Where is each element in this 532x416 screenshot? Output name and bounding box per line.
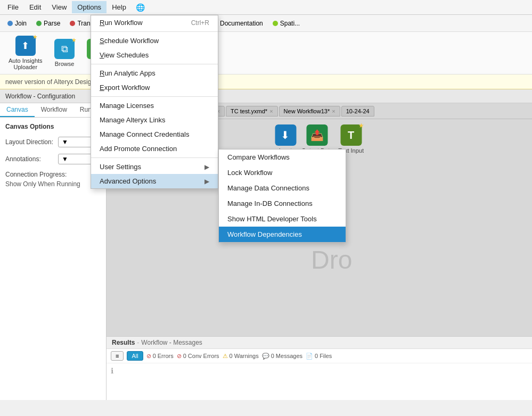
spatial-dot-icon (273, 21, 278, 26)
menu-run-analytic-apps[interactable]: Run Analytic Apps (91, 66, 218, 80)
auto-insights-star-icon: ★ (32, 34, 38, 40)
layout-direction-row: Layout Direction: ▼ (5, 137, 101, 147)
files-icon: 📄 (306, 353, 313, 360)
menu-options[interactable]: Options (72, 1, 107, 13)
results-title-bar: Results - Workflow - Messages (107, 337, 532, 349)
text-input-icon-wrap: T ★ (340, 124, 362, 146)
menu-sep-4 (91, 157, 218, 158)
update-bar: newer version of Alteryx Design... (0, 74, 532, 89)
results-title-label: Results (112, 339, 135, 346)
submenu-manage-data-connections[interactable]: Manage Data Connections (219, 180, 346, 196)
results-panel: Results - Workflow - Messages ≡ All ⊘ 0 … (107, 336, 532, 400)
canvas-drop-hint: Dro (311, 245, 352, 274)
menu-manage-connect-credentials[interactable]: Manage Connect Credentials (91, 127, 218, 142)
warnings-icon: ⚠ (223, 353, 228, 360)
submenu-show-html-dev-tools[interactable]: Show HTML Developer Tools (219, 211, 346, 227)
menu-sep-3 (91, 96, 218, 97)
submenu-workflow-dependencies[interactable]: Workflow Dependencies (219, 227, 346, 242)
input-tool-icon: ⬇ (275, 124, 296, 146)
workflow-tab-newworkflow13[interactable]: New Workflow13* × (279, 106, 340, 117)
fav-auto-insights[interactable]: ⬆ ★ Auto InsightsUploader (4, 34, 47, 72)
menu-export-workflow[interactable]: Export Workflow (91, 80, 218, 95)
results-info-row: ℹ (107, 363, 532, 378)
messages-icon: 💬 (262, 353, 269, 360)
layout-direction-label: Layout Direction: (5, 138, 53, 146)
submenu-lock-workflow[interactable]: Lock Workflow (219, 165, 346, 180)
results-warnings-count: ⚠ 0 Warnings (223, 353, 259, 360)
transform-dot-icon (70, 21, 75, 26)
config-title: Workflow - Configuration (0, 89, 532, 103)
menu-manage-alteryx-links[interactable]: Manage Alteryx Links (91, 113, 218, 127)
tool-parse[interactable]: Parse (32, 18, 64, 29)
fav-browse[interactable]: ⧉ ★ Browse (50, 37, 79, 69)
connection-progress-label: Connection Progress: (5, 171, 101, 178)
menu-file[interactable]: File (2, 1, 24, 13)
connection-progress-value: Show Only When Running (5, 180, 101, 188)
annotations-row: Annotations: ▼ (5, 154, 101, 164)
results-subtitle-label: Workflow - Messages (141, 339, 202, 346)
results-conv-errors-count: ⊘ 0 Conv Errors (177, 353, 219, 360)
toolbar-strip: Join Parse Transform In-Database Reporti… (0, 15, 532, 32)
parse-dot-icon (36, 21, 42, 26)
menu-view-schedules[interactable]: View Schedules (91, 48, 218, 62)
results-errors-count: ⊘ 0 Errors (146, 353, 174, 360)
tool-spatial[interactable]: Spati... (268, 18, 304, 29)
conv-errors-icon: ⊘ (177, 353, 182, 360)
menu-sep-2 (91, 64, 218, 64)
tab-canvas[interactable]: Canvas (0, 103, 35, 117)
menu-globe-icon[interactable]: 🌐 (132, 1, 149, 14)
advanced-options-submenu: Compare Workflows Lock Workflow Manage D… (218, 149, 346, 243)
join-dot-icon (7, 21, 13, 26)
canvas-options-heading: Canvas Options (5, 123, 101, 130)
menu-sep-1 (91, 31, 218, 32)
tab-close-newworkflow13[interactable]: × (332, 108, 335, 114)
menu-user-settings[interactable]: User Settings ▶ (91, 160, 218, 174)
workflow-tab-tctest2[interactable]: TC test.yxmd* × (226, 106, 278, 117)
menu-bar: File Edit View Options Help 🌐 (0, 0, 532, 15)
results-all-btn[interactable]: All (127, 351, 143, 361)
results-messages-count: 💬 0 Messages (262, 353, 302, 360)
errors-icon: ⊘ (146, 353, 151, 360)
menu-add-promote-connection[interactable]: Add Promote Connection (91, 142, 218, 156)
submenu-compare-workflows[interactable]: Compare Workflows (219, 149, 346, 165)
auto-insights-icon: ⬆ ★ (15, 36, 36, 56)
annotations-label: Annotations: (5, 155, 41, 163)
results-toolbar: ≡ All ⊘ 0 Errors ⊘ 0 Conv Errors ⚠ 0 War… (107, 349, 532, 363)
menu-schedule-workflow[interactable]: Schedule Workflow (91, 34, 218, 48)
text-input-star-icon: ★ (358, 122, 364, 129)
favorites-bar: ⬆ ★ Auto InsightsUploader ⧉ ★ Browse D D (0, 32, 532, 74)
workflow-tab-date[interactable]: 10-24-24 (341, 106, 374, 117)
menu-view[interactable]: View (46, 1, 72, 13)
menu-manage-licenses[interactable]: Manage Licenses (91, 98, 218, 113)
options-dropdown-menu: Run Workflow Ctrl+R Schedule Workflow Vi… (91, 15, 218, 189)
browse-star-icon: ★ (71, 37, 77, 44)
results-files-count: 📄 0 Files (306, 353, 332, 360)
menu-help[interactable]: Help (107, 1, 132, 13)
browse-icon: ⧉ ★ (54, 39, 75, 59)
menu-run-workflow[interactable]: Run Workflow Ctrl+R (91, 15, 218, 30)
tool-join[interactable]: Join (3, 18, 31, 29)
submenu-manage-indb-connections[interactable]: Manage In-DB Connections (219, 196, 346, 211)
results-list-view-btn[interactable]: ≡ (111, 351, 124, 361)
results-info-icon[interactable]: ℹ (111, 367, 113, 375)
output-tool-icon: 📤 (307, 124, 328, 146)
menu-edit[interactable]: Edit (24, 1, 46, 13)
tab-close-tctest2[interactable]: × (269, 108, 273, 114)
tab-workflow[interactable]: Workflow (35, 103, 73, 117)
menu-advanced-options[interactable]: Advanced Options ▶ (91, 174, 218, 188)
main-content: Canvas Workflow Runtim... Canvas Options… (0, 103, 532, 400)
